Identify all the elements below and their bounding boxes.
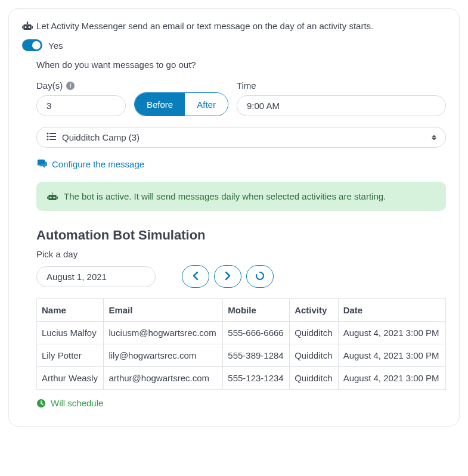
svg-point-15 — [52, 192, 53, 193]
cell-name: Lucius Malfoy — [37, 322, 104, 344]
cell-mobile: 555-123-1234 — [223, 367, 290, 390]
th-email: Email — [104, 299, 223, 322]
time-field: Time — [237, 80, 446, 116]
svg-rect-18 — [47, 197, 48, 199]
svg-point-3 — [25, 26, 27, 28]
configure-link-text: Configure the message — [52, 159, 144, 169]
cell-email: lily@hogwartsrec.com — [104, 344, 223, 367]
th-mobile: Mobile — [223, 299, 290, 322]
alert-text: The bot is active. It will send messages… — [64, 191, 386, 201]
svg-point-7 — [47, 133, 49, 135]
svg-rect-12 — [49, 139, 56, 140]
svg-rect-13 — [48, 195, 57, 200]
prev-button[interactable] — [182, 265, 209, 288]
active-toggle[interactable] — [22, 39, 42, 51]
activity-select-row: Quidditch Camp (3) — [36, 127, 446, 148]
cell-date: August 4, 2021 3:00 PM — [338, 344, 445, 367]
before-button[interactable]: Before — [135, 93, 185, 116]
chevron-left-icon — [193, 272, 199, 282]
days-field: Day(s) i — [36, 80, 126, 116]
table-header-row: Name Email Mobile Activity Date — [37, 299, 446, 322]
list-icon — [47, 132, 56, 142]
intro-line: Let Activity Messenger send an email or … — [22, 21, 446, 31]
th-name: Name — [37, 299, 104, 322]
refresh-button[interactable] — [246, 265, 274, 288]
sim-nav-group — [182, 265, 274, 288]
table-row: Arthur Weasly arthur@hogwartsrec.com 555… — [37, 367, 446, 390]
configure-message-link[interactable]: Configure the message — [36, 158, 446, 170]
next-button[interactable] — [214, 265, 241, 288]
table-row: Lucius Malfoy luciusm@hogwartsrec.com 55… — [37, 322, 446, 344]
when-prompt: When do you want messages to go out? — [36, 60, 446, 70]
toggle-label: Yes — [48, 41, 63, 51]
svg-point-9 — [47, 136, 49, 138]
svg-rect-5 — [22, 26, 23, 29]
cell-activity: Quidditch — [290, 322, 338, 344]
cell-mobile: 555-666-6666 — [223, 322, 290, 344]
svg-rect-10 — [49, 136, 56, 137]
cell-activity: Quidditch — [290, 367, 338, 390]
cell-mobile: 555-389-1284 — [223, 344, 290, 367]
before-after-segmented: Before After — [134, 92, 228, 116]
info-icon[interactable]: i — [66, 82, 75, 90]
cell-name: Lily Potter — [37, 344, 104, 367]
svg-rect-0 — [23, 24, 32, 30]
svg-point-4 — [29, 26, 30, 28]
chevron-updown-icon — [432, 135, 436, 140]
time-label: Time — [237, 80, 446, 91]
svg-point-11 — [47, 139, 49, 141]
svg-rect-6 — [32, 26, 33, 29]
simulation-controls — [36, 265, 446, 288]
cell-email: luciusm@hogwartsrec.com — [104, 322, 223, 344]
refresh-icon — [255, 271, 265, 282]
clock-icon — [36, 399, 46, 408]
svg-rect-19 — [57, 197, 58, 199]
cell-date: August 4, 2021 3:00 PM — [338, 367, 445, 390]
days-input[interactable] — [36, 95, 126, 116]
simulation-table: Name Email Mobile Activity Date Lucius M… — [36, 298, 446, 390]
activity-select[interactable]: Quidditch Camp (3) — [36, 127, 446, 148]
toggle-row: Yes — [22, 39, 446, 51]
after-button[interactable]: After — [185, 93, 228, 116]
intro-text: Let Activity Messenger send an email or … — [36, 21, 373, 31]
th-date: Date — [338, 299, 445, 322]
status-text: Will schedule — [51, 398, 103, 408]
robot-icon — [22, 21, 33, 31]
days-label: Day(s) i — [36, 80, 126, 91]
cell-activity: Quidditch — [290, 344, 338, 367]
pick-day-label: Pick a day — [36, 249, 446, 259]
timing-row: Day(s) i Before After Time — [36, 80, 446, 116]
cell-name: Arthur Weasly — [37, 367, 104, 390]
bot-active-alert: The bot is active. It will send messages… — [36, 182, 446, 211]
settings-card: Let Activity Messenger send an email or … — [8, 8, 460, 427]
svg-point-17 — [54, 197, 55, 198]
cell-email: arthur@hogwartsrec.com — [104, 367, 223, 390]
status-row: Will schedule — [36, 398, 446, 408]
robot-icon — [47, 192, 58, 201]
comments-icon — [36, 158, 47, 170]
table-row: Lily Potter lily@hogwartsrec.com 555-389… — [37, 344, 446, 367]
svg-rect-8 — [49, 133, 56, 134]
chevron-right-icon — [225, 272, 231, 282]
time-input[interactable] — [237, 95, 446, 116]
svg-point-16 — [50, 197, 52, 198]
activity-select-value: Quidditch Camp (3) — [62, 132, 140, 142]
sim-date-input[interactable] — [36, 266, 156, 287]
th-activity: Activity — [290, 299, 338, 322]
cell-date: August 4, 2021 3:00 PM — [338, 322, 445, 344]
simulation-title: Automation Bot Simulation — [36, 228, 446, 243]
svg-point-2 — [27, 21, 28, 23]
